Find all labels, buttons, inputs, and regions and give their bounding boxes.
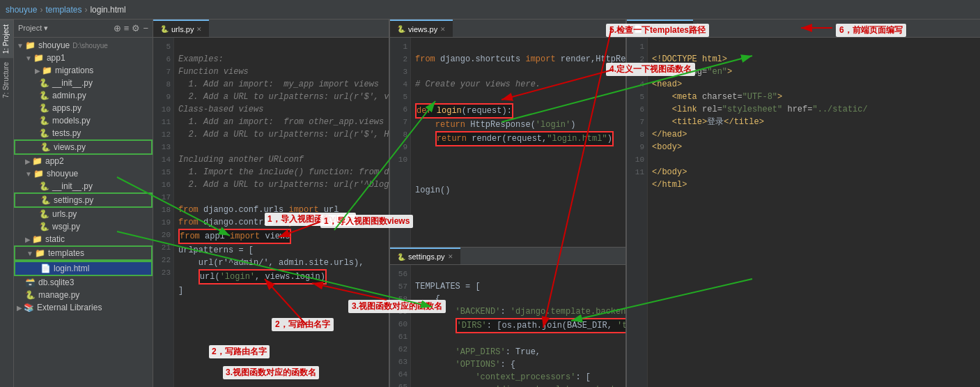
annotation-step2: 2，写路由名字 <box>272 318 334 331</box>
tree-db[interactable]: 🗃️ db.sqlite3 <box>14 276 153 289</box>
toolbar-icon-4[interactable]: − <box>143 23 148 33</box>
step3-label: 3.视图函数对应的函数名 <box>223 366 319 379</box>
url-comment-2: 2. Add a URL to urlpatterns: url(r'$', v… <box>178 92 389 102</box>
tab-settings-close[interactable]: ✕ <box>448 253 453 260</box>
tree-apps[interactable]: 🐍 apps.py <box>14 102 153 114</box>
toolbar-icon-2[interactable]: ≡ <box>124 23 130 33</box>
html-head-close: </head> <box>652 130 687 139</box>
views-login-call: login() <box>415 185 450 195</box>
tree-static[interactable]: ▶ 📁 static <box>14 233 153 245</box>
url-comment-3: 1. Add an import: from other_app.views i… <box>178 117 389 127</box>
tree-app2[interactable]: ▶ 📁 app2 <box>14 155 153 167</box>
tree-admin[interactable]: 🐍 admin.py <box>14 89 153 102</box>
tree-manage[interactable]: 🐍 manage.py <box>14 289 153 301</box>
tree-root[interactable]: ▼ 📁 shouyue D:\shouyue <box>14 39 153 52</box>
views-return1: return HttpResponse('login') <box>415 120 575 130</box>
tree-app1[interactable]: ▼ 📁 app1 <box>14 52 153 64</box>
annotation-step1: 1，导入视图图数views <box>320 215 413 228</box>
url-comment-fv: Function views <box>178 67 249 77</box>
url-login: url('login', views.login) <box>178 272 327 282</box>
breadcrumb-current: login.html <box>90 5 125 15</box>
tab-urls[interactable]: 🐍 urls.py ✕ <box>153 20 209 37</box>
settings-appdirs: 'APP_DIRS': True, <box>415 347 540 357</box>
toolbar-icon-1[interactable]: ⊕ <box>114 23 121 33</box>
tree-urls[interactable]: 🐍 urls.py <box>14 208 153 220</box>
views-return2: return render(request,"login.html") <box>415 134 614 144</box>
urls-panel: 🐍 urls.py ✕ 5678910111213141516171819202… <box>153 20 390 387</box>
tree-views-app1[interactable]: 🐍 views.py <box>14 139 153 155</box>
url-end: ] <box>178 286 183 296</box>
annotation-step3: 3.视图函数对应的函数名 <box>348 300 446 313</box>
side-tab-structure[interactable]: 7: Structure <box>0 58 13 103</box>
tree-init-shouyue[interactable]: 🐍 __init__.py <box>14 180 153 192</box>
settings-ctx: 'context_processors': [ <box>415 372 591 382</box>
views-def: def login(request): <box>415 106 513 116</box>
html-body-close: </body> <box>652 167 687 177</box>
breadcrumb-sep2: › <box>84 5 87 15</box>
views-panel: 🐍 views.py ✕ 12345678910 from django.sho… <box>390 20 627 387</box>
annotation-step4: 4.定义一下视图函数名 <box>606 63 695 76</box>
url-comment-cbv: Class-based views <box>178 105 263 114</box>
tree-models[interactable]: 🐍 models.py <box>14 114 153 127</box>
breadcrumb-sep1: › <box>40 5 42 15</box>
file-tree-panel: Project ▾ ⊕ ≡ ⚙ − ▼ 📁 shouyue D:\shouyue <box>14 20 153 387</box>
views-import: from django.shortcuts import render,Http… <box>415 54 625 64</box>
side-tab-project[interactable]: 1: Project <box>0 20 13 58</box>
tree-login-html[interactable]: 📄 login.html <box>14 261 153 276</box>
views-comment: # Create your views here. <box>415 79 540 89</box>
html-html-close: </html> <box>652 180 687 190</box>
tab-settings[interactable]: 🐍 settings.py ✕ <box>390 248 460 264</box>
settings-templates: TEMPLATES = [ <box>415 282 481 291</box>
project-dropdown[interactable]: Project ▾ <box>18 24 111 33</box>
url-comment-examples: Examples: <box>178 54 224 64</box>
tree-shouyue-sub[interactable]: ▼ 📁 shouyue <box>14 167 153 180</box>
tab-views[interactable]: 🐍 views.py ✕ <box>390 20 453 37</box>
settings-backend: 'BACKEND': 'django.template.backends.dja… <box>415 307 625 317</box>
html-meta: <meta charset="UTF-8"> <box>652 92 782 102</box>
breadcrumb-templates[interactable]: templates <box>45 5 81 15</box>
tree-migrations[interactable]: ▶ 📁 migrations <box>14 64 153 77</box>
html-link: <link rel="stylesheet" href="../static/ <box>652 105 868 114</box>
url-patterns: urlpatterns = [ <box>178 245 254 255</box>
tree-tests[interactable]: 🐍 tests.py <box>14 127 153 139</box>
url-comment-4: 2. Add a URL to urlpatterns: url(r'$', H… <box>178 130 389 139</box>
html-head: <head> <box>652 79 682 89</box>
url-comment-6: 2. Add a URL to urlpatterns: url(r'^blog… <box>178 180 389 190</box>
tab-views-close[interactable]: ✕ <box>440 26 446 33</box>
annotation-step5: 5.检查一下templates路径 <box>606 24 709 37</box>
tree-external-libs[interactable]: ▶ 📚 External Libraries <box>14 301 153 314</box>
annotation-step6: 6，前端页面编写 <box>836 24 906 37</box>
breadcrumb-project[interactable]: shouyue <box>6 5 37 15</box>
step2-label: 2，写路由名字 <box>209 345 270 358</box>
url-import-views: from app1 import views <box>178 229 291 244</box>
url-comment-5: 1. Import the include() function: from d… <box>178 167 389 177</box>
settings-dirs: 'DIRS': [os.path.join(BASE_DIR, 'templat… <box>415 321 625 331</box>
tree-templates[interactable]: ▼ 📁 templates <box>14 245 153 261</box>
toolbar-icon-3[interactable]: ⚙ <box>132 23 140 33</box>
tree-wsgi[interactable]: 🐍 wsgi.py <box>14 220 153 233</box>
tree-init-app1[interactable]: 🐍 __init__.py <box>14 77 153 89</box>
tree-settings[interactable]: 🐍 settings.py <box>14 192 153 208</box>
url-comment-1: 1. Add an import: my_app import views <box>178 79 379 89</box>
url-comment-inc: Including another URLconf <box>178 155 304 165</box>
html-title: <title>登录</title> <box>652 117 764 127</box>
settings-options: 'OPTIONS': { <box>415 360 515 370</box>
html-body: <body> <box>652 142 682 152</box>
tab-urls-close[interactable]: ✕ <box>196 26 202 33</box>
url-admin: url(r'^admin/', admin.site.urls), <box>178 258 364 268</box>
